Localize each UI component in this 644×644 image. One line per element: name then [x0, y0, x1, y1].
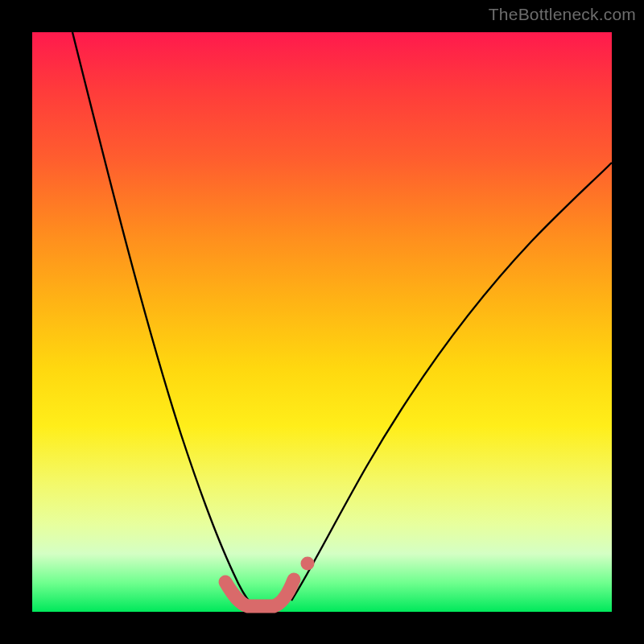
plot-area	[32, 32, 612, 612]
chart-frame: TheBottleneck.com	[0, 0, 644, 644]
bottom-dot	[301, 557, 315, 571]
bottom-stroke	[225, 580, 294, 606]
right-curve	[291, 163, 612, 601]
left-curve	[72, 32, 251, 604]
curves-svg	[32, 32, 612, 612]
watermark-text: TheBottleneck.com	[489, 5, 636, 24]
